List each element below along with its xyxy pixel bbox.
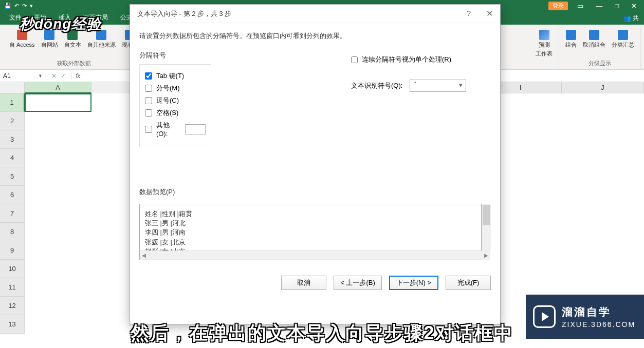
redo-icon[interactable]: ↷ [22, 3, 27, 9]
name-box[interactable]: A1 ▼ [0, 72, 46, 80]
row-header-1[interactable]: 1 [0, 93, 25, 112]
outline-group-label: 分级显示 [588, 59, 611, 69]
row-headers: 1 2 3 4 5 6 7 8 9 10 11 12 13 [0, 93, 25, 334]
consecutive-delimiter-checkbox[interactable] [351, 56, 358, 63]
dialog-help-button[interactable]: ? [467, 9, 471, 18]
delimiter-comma-checkbox[interactable] [145, 97, 152, 104]
group-icon [566, 30, 576, 40]
ungroup-icon [589, 30, 599, 40]
delimiter-space-checkbox[interactable] [145, 109, 152, 117]
dialog-buttons: 取消 < 上一步(B) 下一步(N) > 完成(F) [130, 268, 500, 297]
next-button[interactable]: 下一步(N) > [389, 276, 438, 290]
row-header-2[interactable]: 2 [0, 112, 25, 130]
row-header-7[interactable]: 7 [0, 204, 25, 223]
select-all-cell[interactable] [0, 82, 25, 93]
finish-button[interactable]: 完成(F) [446, 276, 491, 290]
dialog-body: 请设置分列数据所包含的分隔符号。在预览窗口内可看到分列的效果。 分隔符号 Tab… [130, 23, 500, 268]
row-header-4[interactable]: 4 [0, 149, 25, 167]
cancel-button[interactable]: 取消 [281, 276, 326, 290]
share-icon: 👥 [623, 15, 631, 22]
close-icon[interactable]: ✕ [628, 2, 640, 10]
login-badge[interactable]: 登录 [548, 2, 568, 10]
text-qualifier-select[interactable]: " [410, 80, 466, 92]
forecast-button[interactable]: 预测 工作表 [533, 29, 555, 59]
delimiter-tab-checkbox[interactable] [145, 72, 152, 80]
row-header-10[interactable]: 10 [0, 260, 25, 278]
qat-customize-icon[interactable]: ▾ [30, 3, 33, 9]
preview-row: 姓名 |性别 |籍贯 [145, 209, 476, 219]
subtotal-button[interactable]: 分类汇总 [610, 29, 636, 50]
dialog-title: 文本导入向导 - 第 2 步，共 3 步 [137, 9, 231, 18]
delimiter-other-row[interactable]: 其他(O): [145, 121, 206, 138]
text-qualifier-row: 文本识别符号(Q): " [351, 80, 466, 92]
subtotal-icon [618, 30, 628, 40]
consecutive-delimiter-row[interactable]: 连续分隔符号视为单个处理(R) [351, 55, 466, 64]
save-icon[interactable]: 💾 [4, 3, 11, 9]
delimiter-semicolon-checkbox[interactable] [145, 85, 152, 92]
row-header-12[interactable]: 12 [0, 297, 25, 315]
ungroup-button[interactable]: 取消组合 [581, 29, 608, 50]
cell-a1[interactable] [25, 93, 91, 112]
row-header-11[interactable]: 11 [0, 278, 25, 297]
delimiter-tab-row[interactable]: Tab 键(T) [145, 71, 206, 81]
fx-buttons: ✕ ✓ [46, 72, 71, 80]
preview-label: 数据预览(P) [139, 187, 491, 197]
confirm-edit-icon[interactable]: ✓ [61, 72, 66, 80]
col-header-a[interactable]: A [25, 82, 91, 93]
minimize-icon[interactable]: — [593, 2, 605, 10]
dialog-titlebar[interactable]: 文本导入向导 - 第 2 步，共 3 步 ? ✕ [130, 5, 500, 23]
preview-row: 李四 |男 |河南 [145, 228, 476, 237]
group-button[interactable]: 组合 [563, 29, 579, 50]
maximize-icon[interactable]: □ [612, 2, 622, 10]
delimiter-semicolon-row[interactable]: 分号(M) [145, 84, 206, 93]
ribbon-group-label: 获取外部数据 [57, 59, 91, 69]
preview-scrollbar-horizontal[interactable]: ◀▶ [140, 250, 490, 260]
titlebar-right: 登录 ▭ — □ ✕ [548, 2, 640, 10]
delimiter-space-row[interactable]: 空格(S) [145, 108, 206, 118]
name-box-dropdown-icon[interactable]: ▼ [38, 73, 43, 79]
share-button[interactable]: 👥 共 [618, 12, 644, 25]
text-import-wizard-dialog: 文本导入向导 - 第 2 步，共 3 步 ? ✕ 请设置分列数据所包含的分隔符号… [130, 4, 501, 325]
preview-row: 张三 |男 |河北 [145, 219, 476, 228]
delimiter-right-options: 连续分隔符号视为单个处理(R) 文本识别符号(Q): " [351, 55, 466, 92]
fx-label[interactable]: fx [71, 72, 84, 80]
col-header-j[interactable]: J [562, 82, 644, 93]
cancel-edit-icon[interactable]: ✕ [51, 72, 57, 80]
delimiter-other-checkbox[interactable] [145, 126, 152, 133]
dialog-close-button[interactable]: ✕ [486, 9, 493, 18]
quick-access-toolbar: 💾 ↶ ↷ ▾ [4, 3, 33, 9]
row-header-5[interactable]: 5 [0, 167, 25, 186]
preview-scrollbar-vertical[interactable] [482, 204, 491, 250]
dialog-instruction: 请设置分列数据所包含的分隔符号。在预览窗口内可看到分列的效果。 [139, 31, 491, 41]
row-header-6[interactable]: 6 [0, 186, 25, 204]
preview-section: 数据预览(P) 姓名 |性别 |籍贯 张三 |男 |河北 李四 |男 |河南 张… [139, 187, 491, 260]
delimiter-other-input[interactable] [185, 124, 206, 134]
row-header-3[interactable]: 3 [0, 130, 25, 149]
video-subtitle: 然后，在弹出的文本导入向导步骤2对话框中 [0, 321, 644, 348]
watermark-logo: 秒dōng经验 [20, 14, 101, 34]
delimiter-comma-row[interactable]: 逗号(C) [145, 96, 206, 105]
forecast-icon [539, 30, 549, 40]
undo-icon[interactable]: ↶ [14, 3, 19, 9]
back-button[interactable]: < 上一步(B) [334, 276, 382, 290]
ribbon-right-groups: 预测 工作表 组合 取消组合 分类汇总 [529, 27, 641, 69]
brand-name: 溜溜自学 [562, 305, 635, 319]
ribbon-display-icon[interactable]: ▭ [574, 2, 586, 10]
row-header-8[interactable]: 8 [0, 223, 25, 241]
preview-row: 张媛 |女 |北京 [145, 238, 476, 247]
row-header-9[interactable]: 9 [0, 241, 25, 260]
